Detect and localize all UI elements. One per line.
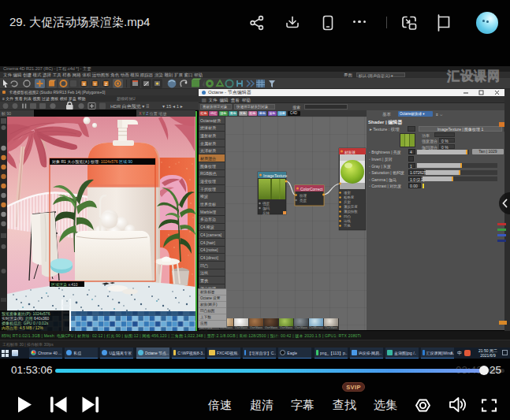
svg-text:反射: 反射 bbox=[344, 200, 351, 204]
svg-text:凹凸: 凹凸 bbox=[344, 214, 351, 218]
svg-text:区域渲染 x:410: 区域渲染 x:410 bbox=[51, 282, 78, 288]
svg-text:伽玛: 伽玛 bbox=[262, 206, 270, 211]
svg-text:反转: 反转 bbox=[262, 211, 270, 215]
svg-text:ColorCorrect: ColorCorrect bbox=[300, 187, 323, 191]
svg-text:漫射: 漫射 bbox=[344, 191, 351, 195]
svg-text:粗糙度: 粗糙度 bbox=[344, 195, 355, 199]
svg-text:Z: Z bbox=[105, 82, 107, 87]
svg-text:置换: 置换 bbox=[344, 224, 351, 228]
svg-text:▾ 15 ◂ 1 ▸: ▾ 15 ◂ 1 ▸ bbox=[162, 104, 183, 109]
svg-text:对象 R1 大小预览(大) 纹理: 1024x576 区域:: 对象 R1 大小预览(大) 纹理: 1024x576 区域:90 bbox=[52, 159, 132, 165]
svg-text:HDR 白色预览 ▾ ⠿: HDR 白色预览 ▾ ⠿ bbox=[110, 103, 149, 110]
svg-text:纹理: 纹理 bbox=[300, 194, 307, 198]
svg-text:ImageTexture: ImageTexture bbox=[263, 173, 288, 178]
svg-text:法线: 法线 bbox=[344, 219, 351, 223]
